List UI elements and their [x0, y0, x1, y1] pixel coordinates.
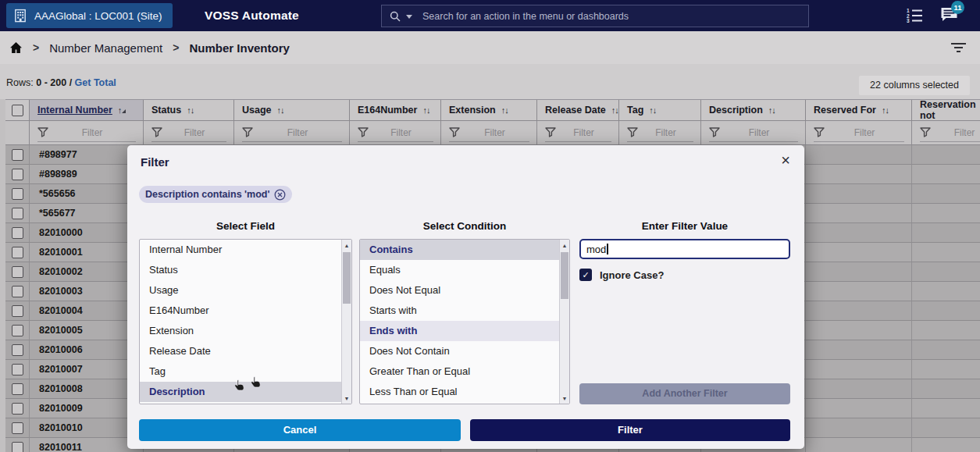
column-header-reservation-not[interactable]: Reservation not↑↓ [912, 100, 980, 121]
row-checkbox[interactable] [12, 364, 23, 375]
row-checkbox[interactable] [12, 188, 23, 200]
column-filter-release-date[interactable]: Filter [537, 121, 619, 145]
option-does-not-equal[interactable]: Does Not Equal [360, 280, 569, 301]
row-checkbox[interactable] [12, 422, 23, 434]
filter-value-input[interactable]: mod [579, 239, 790, 259]
sort-icon[interactable]: ↑↓ [501, 105, 508, 115]
cancel-button[interactable]: Cancel [139, 419, 461, 441]
add-another-filter-button[interactable]: Add Another Filter [579, 383, 790, 404]
row-checkbox[interactable] [12, 149, 23, 161]
column-header-reserved-for[interactable]: Reserved For↑↓ [806, 100, 912, 121]
column-header-usage[interactable]: Usage↑↓ [234, 100, 350, 121]
row-checkbox[interactable] [12, 325, 23, 336]
home-icon[interactable] [9, 41, 23, 54]
field-list-scrollbar[interactable]: ▲ ▼ [341, 240, 351, 404]
column-filter-status[interactable]: Filter [144, 121, 234, 145]
option-does-not-contain[interactable]: Does Not Contain [360, 341, 569, 361]
sort-icon[interactable]: ↑↓ [768, 105, 775, 115]
option-starts-with[interactable]: Starts with [360, 301, 569, 321]
filter-input[interactable]: Filter [358, 123, 433, 142]
list-filter-icon[interactable] [950, 43, 966, 53]
column-filter-description[interactable]: Filter [701, 121, 806, 145]
sort-icon[interactable]: ↑↓ [187, 105, 194, 115]
option-contains[interactable]: Contains [360, 240, 569, 260]
row-checkbox[interactable] [12, 266, 23, 278]
column-filter-tag[interactable]: Filter [619, 121, 701, 145]
column-filter-reserved-for[interactable]: Filter [806, 121, 912, 145]
filter-input[interactable]: Filter [545, 123, 611, 142]
get-total-link[interactable]: Get Total [75, 77, 116, 88]
filter-input[interactable]: Filter [37, 123, 136, 142]
select-all-checkbox[interactable] [12, 105, 23, 116]
filter-input[interactable]: Filter [814, 123, 904, 142]
filter-input[interactable]: Filter [242, 123, 342, 142]
row-checkbox[interactable] [12, 383, 23, 395]
option-less-than-or-equal[interactable]: Less Than or Equal [360, 382, 569, 402]
column-header-status[interactable]: Status↑↓ [144, 100, 234, 121]
ignore-case-label[interactable]: Ignore Case? [600, 269, 664, 281]
scroll-up-icon[interactable]: ▲ [560, 240, 569, 251]
ignore-case-checkbox[interactable]: ✓ [579, 269, 592, 281]
option-ends-with[interactable]: Ends with [360, 321, 569, 341]
row-checkbox[interactable] [12, 169, 23, 180]
hierarchy-selector-button[interactable]: AAAGlobal : LOC001 (Site) [6, 3, 173, 28]
option-e164number[interactable]: E164Number [140, 301, 351, 321]
sort-icon[interactable]: ↑↓ [277, 105, 284, 115]
global-search[interactable] [381, 5, 809, 27]
column-filter-usage[interactable]: Filter [234, 121, 350, 145]
column-header-description[interactable]: Description↑↓ [701, 100, 806, 121]
option-release-date[interactable]: Release Date [140, 341, 351, 361]
breadcrumb-item-number-inventory[interactable]: Number Inventory [189, 41, 289, 55]
column-header-internal-number[interactable]: Internal Number↑ [30, 100, 144, 121]
column-filter-extension[interactable]: Filter [441, 121, 537, 145]
option-greater-than-or-equal[interactable]: Greater Than or Equal [360, 361, 569, 382]
scrollbar-thumb[interactable] [561, 252, 568, 299]
filter-submit-button[interactable]: Filter [470, 419, 790, 441]
column-filter-reservation-not[interactable]: Filter [912, 121, 980, 145]
numbered-list-icon[interactable]: 123 [906, 8, 923, 27]
option-equals[interactable]: Equals [360, 260, 569, 280]
column-filter-e164number[interactable]: Filter [350, 121, 441, 145]
filter-input[interactable]: Filter [449, 123, 529, 142]
filter-input[interactable]: Filter [151, 123, 226, 142]
sort-icon[interactable]: ↑↓ [649, 105, 656, 115]
column-header-release-date[interactable]: Release Date↑↓ [537, 100, 619, 121]
option-internal-number[interactable]: Internal Number [140, 240, 351, 260]
notifications-chat-icon[interactable]: 11 [939, 6, 959, 27]
breadcrumb-item-number-management[interactable]: Number Management [49, 41, 162, 55]
column-header-e164number[interactable]: E164Number↑↓ [350, 100, 441, 121]
condition-list-scrollbar[interactable]: ▲ ▼ [559, 240, 569, 404]
column-header-extension[interactable]: Extension↑↓ [441, 100, 537, 121]
row-checkbox[interactable] [12, 227, 23, 239]
remove-filter-icon[interactable] [274, 189, 286, 201]
option-status[interactable]: Status [140, 260, 351, 280]
select-condition-heading: Select Condition [359, 220, 570, 232]
sort-icon[interactable]: ↑↓ [611, 105, 618, 115]
sort-icon[interactable]: ↑↓ [882, 105, 889, 115]
row-checkbox[interactable] [12, 247, 23, 258]
search-input[interactable] [422, 11, 800, 22]
row-checkbox[interactable] [12, 208, 23, 219]
row-checkbox[interactable] [12, 305, 23, 317]
row-checkbox[interactable] [12, 403, 23, 415]
filter-input[interactable]: Filter [709, 123, 798, 142]
filter-input[interactable]: Filter [920, 123, 980, 142]
sort-icon[interactable]: ↑↓ [422, 105, 429, 115]
scroll-down-icon[interactable]: ▼ [342, 393, 351, 404]
filter-input[interactable]: Filter [627, 123, 693, 142]
row-checkbox[interactable] [12, 442, 23, 452]
sort-icon[interactable]: ↑ [118, 105, 127, 115]
columns-selected-button[interactable]: 22 columns selected [859, 76, 970, 95]
scroll-down-icon[interactable]: ▼ [560, 393, 569, 404]
scroll-up-icon[interactable]: ▲ [342, 240, 351, 251]
row-checkbox[interactable] [12, 286, 23, 297]
close-icon[interactable]: × [781, 151, 790, 169]
column-header-tag[interactable]: Tag↑↓ [619, 100, 701, 121]
search-scope-chevron-icon[interactable] [406, 15, 412, 19]
select-field-heading: Select Field [139, 220, 352, 232]
column-filter-internal-number[interactable]: Filter [30, 121, 144, 145]
scrollbar-thumb[interactable] [343, 252, 351, 304]
option-usage[interactable]: Usage [140, 280, 351, 301]
option-extension[interactable]: Extension [140, 321, 351, 341]
row-checkbox[interactable] [12, 344, 23, 356]
